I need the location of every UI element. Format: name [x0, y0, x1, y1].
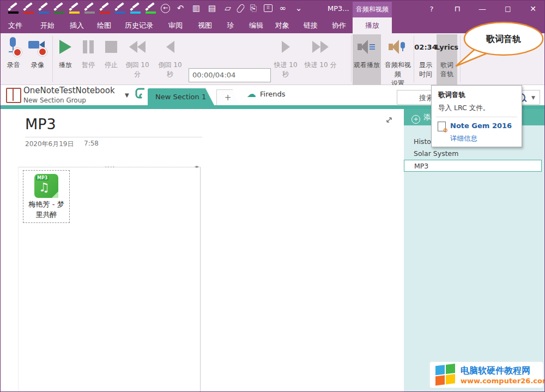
- forward-double-icon: [304, 34, 337, 59]
- ribbon-tab-11[interactable]: 链接: [299, 17, 322, 33]
- eraser-icon[interactable]: ▱: [222, 3, 233, 14]
- play-button[interactable]: 播放: [55, 34, 76, 70]
- qat-customize-icon[interactable]: ⌄: [293, 3, 304, 14]
- ribbon-display-options-button[interactable]: ⊓: [445, 1, 470, 17]
- onenote-window: ←↶▥▤▱⎘⠿∞ ▾⌄ MP3... 音频和视频 ? ⊓ — □ ✕ 文件开始插…: [0, 0, 545, 392]
- audio-video-settings-button[interactable]: 音频和视频 设置: [382, 34, 414, 88]
- ribbon-tab-5[interactable]: 历史记录: [119, 17, 159, 33]
- record-audio-button[interactable]: 录音: [4, 34, 23, 70]
- nav-back-arrow-icon[interactable]: [135, 87, 147, 104]
- new-section-tab-button[interactable]: +: [216, 89, 239, 106]
- pen-icon-2[interactable]: [39, 3, 49, 14]
- watermark-site-url[interactable]: www.computer26.com: [461, 377, 545, 385]
- ribbon-tab-8[interactable]: 珍: [223, 17, 238, 33]
- maximize-button[interactable]: □: [495, 1, 520, 17]
- pen-icon-5[interactable]: [84, 3, 95, 14]
- pause-icon: [78, 34, 99, 59]
- ribbon-tab-12[interactable]: 协作: [328, 17, 350, 33]
- pen-icon-3[interactable]: [54, 3, 64, 14]
- forward-10min-button[interactable]: 快进 10 分: [304, 34, 337, 70]
- forward-icon: [270, 34, 301, 59]
- outline-resize-icon[interactable]: ◂▸: [195, 164, 199, 169]
- section-group-name[interactable]: New Section Group: [23, 97, 86, 104]
- rewind-icon: [154, 34, 186, 59]
- expand-page-icon[interactable]: [385, 116, 393, 126]
- mp3-attachment[interactable]: MP3 ♫ 梅艳芳 - 梦 里共醉: [23, 170, 70, 223]
- pen-icon-9[interactable]: [146, 3, 156, 14]
- dock-desktop-icon[interactable]: ▥: [191, 3, 202, 14]
- pause-button[interactable]: 暂停: [78, 34, 99, 70]
- page-title[interactable]: MP3: [25, 116, 56, 132]
- page-list-item-mp3[interactable]: MP3: [404, 160, 542, 172]
- rewind-10sec-button[interactable]: 倒回 10 秒: [154, 34, 186, 79]
- ribbon-tab-3[interactable]: 插入: [66, 17, 88, 33]
- note-gem-app-icon: [438, 122, 446, 131]
- windows-flag-logo: [435, 364, 456, 387]
- stop-icon: [105, 41, 117, 53]
- ribbon-tab-1[interactable]: 文件: [5, 17, 26, 33]
- ribbon-tab-13[interactable]: 播放: [353, 17, 392, 33]
- full-page-view-icon[interactable]: ▤: [207, 3, 217, 14]
- undo-icon[interactable]: ↶: [175, 3, 186, 14]
- rewind-double-icon: [122, 34, 153, 59]
- notebook-icon: [6, 88, 21, 103]
- ribbon-tab-6[interactable]: 审阅: [164, 17, 187, 33]
- notebook-title[interactable]: OneNoteTestNotebook: [23, 86, 115, 95]
- pen-icon-1[interactable]: [23, 3, 34, 14]
- ribbon-tab-2[interactable]: 开始: [37, 17, 58, 33]
- contextual-tab-header[interactable]: 音频和视频: [353, 2, 392, 17]
- pen-icon-8[interactable]: [130, 3, 141, 14]
- section-firends[interactable]: ☁ Firends: [247, 89, 285, 99]
- playback-time-input[interactable]: 00:00/04:04: [189, 68, 271, 82]
- record-video-button[interactable]: 录像: [27, 34, 49, 70]
- lyric-track-popup: 歌词音轨 导入 LRC 文件。 Note Gem 2016 详细信息: [431, 85, 522, 147]
- page-canvas[interactable]: MP3 2020年6月19日 7:58 ···· ◂▸ MP3 ♫ 梅艳芳 - …: [1, 109, 404, 392]
- callout-bubble: 歌词音轨: [452, 19, 545, 74]
- outline-drag-handle[interactable]: ····: [105, 164, 115, 171]
- section-tab-new-section-1[interactable]: New Section 1: [148, 88, 214, 105]
- callout-text-svg: 歌词音轨: [486, 34, 521, 44]
- stop-button[interactable]: 停止: [101, 34, 122, 70]
- ribbon-tab-4[interactable]: 绘图: [93, 17, 115, 33]
- details-link[interactable]: 详细信息: [450, 134, 477, 143]
- help-button[interactable]: ?: [419, 1, 444, 17]
- rewind-10min-button[interactable]: 倒回 10 分: [122, 34, 153, 79]
- page-time: 7:58: [84, 140, 99, 147]
- back-icon[interactable]: ←: [161, 4, 170, 13]
- note-outline-container[interactable]: ···· ◂▸ MP3 ♫ 梅艳芳 - 梦 里共醉 [ti:梦里共醉][ar:梅…: [18, 167, 201, 392]
- microphone-icon: [5, 37, 22, 57]
- attachment-caption: 梅艳芳 - 梦 里共醉: [23, 199, 69, 220]
- ribbon-tab-10[interactable]: 对象: [271, 17, 294, 33]
- close-button[interactable]: ✕: [520, 1, 545, 17]
- cloud-icon: ☁: [247, 89, 256, 99]
- pen-icon-4[interactable]: [69, 3, 80, 14]
- show-time-button[interactable]: 02:34 显示 时间: [415, 34, 436, 79]
- window-title: MP3...: [328, 4, 349, 13]
- paste-icon[interactable]: ⎘: [248, 3, 259, 14]
- search-scope-dropdown-icon[interactable]: ▼: [531, 95, 535, 100]
- music-note-icon: ♫: [39, 180, 50, 194]
- quick-access-toolbar: ←↶▥▤▱⎘⠿∞ ▾⌄: [8, 3, 304, 14]
- pen-icon-0[interactable]: [8, 3, 19, 14]
- page-date: 2020年6月19日: [25, 140, 74, 149]
- paperclip-icon[interactable]: [236, 3, 246, 14]
- infinity-icon[interactable]: ∞ ▾: [277, 3, 288, 14]
- mp3-file-icon[interactable]: MP3 ♫: [34, 174, 58, 198]
- speaker-mic-icon: [389, 39, 407, 55]
- ribbon-tab-9[interactable]: 编辑: [245, 17, 268, 33]
- ribbon-tab-7[interactable]: 视图: [193, 17, 216, 33]
- watermark-site-name: 电脑软硬件教程网: [461, 365, 530, 377]
- pen-icon-7[interactable]: [115, 3, 125, 14]
- note-gem-label[interactable]: Note Gem 2016: [450, 122, 512, 130]
- title-underline: [25, 137, 202, 137]
- minimize-button[interactable]: —: [470, 1, 495, 17]
- keyboard-icon[interactable]: ⠿: [264, 4, 272, 12]
- popup-subtitle[interactable]: 导入 LRC 文件。: [438, 104, 489, 113]
- notebook-dropdown-icon[interactable]: ▼: [125, 92, 129, 98]
- forward-10sec-button[interactable]: 快进 10 秒: [270, 34, 301, 79]
- page-list-item-solar-system[interactable]: Solar System: [404, 148, 545, 160]
- popup-title: 歌词音轨: [438, 91, 465, 100]
- page-list-panel: +添加 HistorySolar SystemMP3: [404, 109, 545, 392]
- time-value-icon: 02:34: [415, 34, 436, 59]
- pen-icon-6[interactable]: [100, 3, 110, 14]
